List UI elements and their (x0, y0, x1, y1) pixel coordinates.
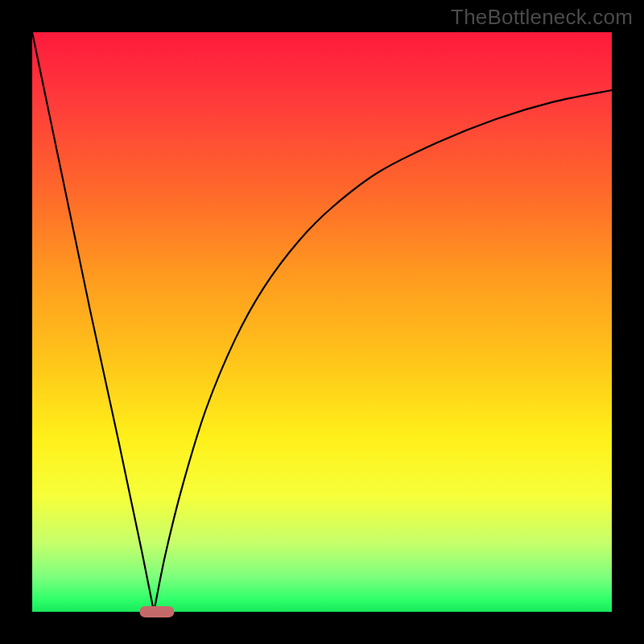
plot-area (32, 32, 612, 612)
watermark-text: TheBottleneck.com (451, 5, 633, 30)
curve-left-branch (32, 32, 154, 612)
chart-frame: TheBottleneck.com (0, 0, 644, 644)
curve-right-branch (154, 90, 612, 612)
curve-svg (32, 32, 612, 612)
optimum-marker (139, 606, 174, 617)
